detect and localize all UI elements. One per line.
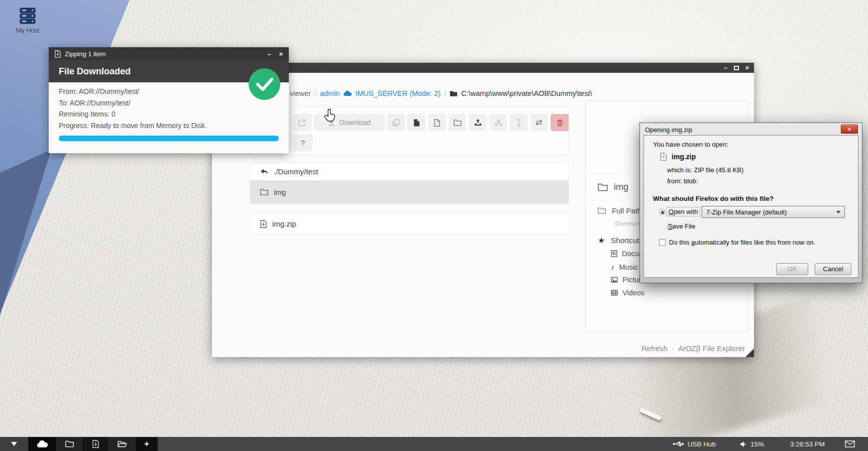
back-arrow-icon — [260, 169, 268, 175]
full-path-label: Full Path — [612, 206, 641, 215]
dialog-which-row: which is: ZIP file (45.8 KB) — [667, 166, 743, 174]
breadcrumb: viewer / admin IMUS_SERVER (Mode: 2) / C… — [290, 88, 592, 99]
mail-tray-item[interactable] — [845, 440, 855, 447]
ok-button[interactable]: OK — [776, 263, 808, 275]
taskbar-file-manager-button[interactable] — [108, 437, 136, 451]
save-file-rest: ave File — [673, 222, 696, 230]
shortcut-videos[interactable]: Videos — [611, 289, 644, 297]
shortcuts-label: Shortcuts — [611, 236, 642, 245]
open-with-select[interactable]: 7-Zip File Manager (default) — [702, 206, 845, 218]
auto-label-pre: Do this — [669, 239, 691, 246]
folder-icon — [598, 183, 608, 191]
music-icon: ♪ — [611, 263, 615, 271]
maximize-icon[interactable] — [734, 66, 739, 70]
help-button[interactable]: ? — [293, 134, 312, 151]
pictures-icon — [611, 277, 618, 283]
open-with-label[interactable]: Open with — [667, 207, 700, 216]
paste-icon — [413, 119, 420, 127]
taskbar-cloud-button[interactable] — [28, 437, 56, 451]
minimize-icon[interactable]: – — [724, 65, 727, 71]
do-automatically-label[interactable]: Do this automatically for files like thi… — [669, 239, 815, 246]
app-name-label: ArOZβ File Explorer — [678, 344, 745, 353]
which-value: ZIP file (45.8 KB) — [694, 166, 743, 174]
open-external-button[interactable] — [293, 114, 311, 131]
breadcrumb-viewer[interactable]: viewer — [290, 89, 311, 97]
videos-icon — [611, 290, 618, 296]
rename-icon — [516, 119, 521, 127]
paste-button[interactable] — [407, 114, 425, 131]
refresh-link[interactable]: Refresh — [641, 344, 668, 353]
clock-label: 3:28:53 PM — [790, 440, 825, 448]
resize-handle[interactable] — [745, 349, 754, 357]
do-automatically-checkbox[interactable] — [659, 239, 666, 246]
breadcrumb-server[interactable]: IMUS_SERVER (Mode: 2) — [355, 89, 441, 97]
swap-button[interactable] — [530, 114, 549, 131]
dropdown-arrow-icon — [836, 211, 840, 213]
save-file-label[interactable]: Save File — [668, 222, 695, 230]
breadcrumb-separator: / — [314, 89, 316, 97]
zip-file-icon — [660, 153, 667, 161]
download-button[interactable]: Download — [314, 114, 385, 131]
close-icon[interactable]: × — [745, 65, 749, 71]
dialog-body: You have chosen to open: img.zip which i… — [643, 135, 858, 278]
file-name: img.zip — [272, 219, 296, 228]
dialog-file-row: img.zip — [660, 153, 696, 161]
folder-icon — [450, 90, 458, 97]
zip-file-icon — [260, 220, 267, 228]
shortcut-music[interactable]: ♪ Music — [611, 263, 638, 271]
new-file-button[interactable] — [428, 114, 446, 131]
clock-tray-item[interactable]: 3:28:53 PM — [790, 440, 825, 448]
open-with-mnemonic: O — [669, 208, 674, 215]
zip-progress-line: Progress: Ready to move from Memory to D… — [59, 120, 279, 132]
footer-separator: · — [672, 344, 674, 353]
toolbar: Download — [250, 107, 569, 156]
taskbar-zip-button[interactable] — [82, 437, 108, 451]
cut-button[interactable] — [489, 114, 507, 131]
upload-icon — [474, 119, 482, 126]
star-icon: ★ — [598, 236, 605, 245]
delete-button[interactable] — [551, 114, 569, 131]
usb-tray-item[interactable]: USB Hub — [673, 440, 716, 448]
new-folder-button[interactable] — [449, 114, 467, 131]
open-with-rest: pen with — [674, 208, 698, 215]
zipping-titlebar[interactable]: Zipping 1 item – × — [49, 47, 289, 60]
zip-from-line: From: AOR://Dummy/test/ — [59, 86, 279, 97]
caret-down-icon — [11, 442, 17, 446]
close-icon[interactable]: × — [279, 51, 283, 57]
upload-button[interactable] — [469, 114, 487, 131]
envelope-icon — [845, 440, 855, 447]
desktop-icon-my-host[interactable]: My Host — [6, 7, 49, 34]
taskbar-add-button[interactable]: + — [136, 437, 158, 451]
breadcrumb-separator: / — [444, 89, 446, 97]
cancel-button[interactable]: Cancel — [815, 263, 851, 275]
file-row-img[interactable]: img — [250, 180, 569, 203]
server-icon — [6, 7, 49, 25]
file-row-parent[interactable]: ./Dummy/test — [250, 163, 569, 180]
from-value: blob: — [684, 177, 698, 185]
open-with-radio[interactable] — [659, 209, 665, 215]
cloud-icon — [343, 90, 352, 96]
selected-folder-name: img — [614, 182, 628, 192]
breadcrumb-admin[interactable]: admin — [320, 89, 340, 97]
explorer-titlebar[interactable]: – × — [212, 63, 754, 73]
file-name: img — [274, 188, 286, 196]
rename-button[interactable] — [510, 114, 528, 131]
shortcuts-row: ★ Shortcuts — [598, 236, 643, 245]
speaker-icon — [740, 441, 746, 447]
file-row-img-zip[interactable]: img.zip — [250, 213, 569, 235]
minimize-icon[interactable]: – — [267, 51, 271, 57]
download-button-label: Download — [340, 119, 371, 127]
taskbar-folder-button[interactable] — [56, 437, 82, 451]
taskbar-menu-button[interactable] — [0, 437, 28, 451]
breadcrumb-path[interactable]: C:\wamp\www\private\AOB\Dummy\test\ — [461, 89, 592, 97]
file-list-zip: img.zip — [250, 212, 569, 235]
folder-icon — [65, 440, 74, 447]
dialog-titlebar[interactable]: Opening img.zip — [640, 123, 862, 135]
folder-icon — [260, 189, 268, 195]
close-icon[interactable]: × — [841, 125, 858, 134]
swap-icon — [535, 120, 543, 126]
copy-button[interactable] — [387, 114, 405, 131]
which-label: which is: — [667, 166, 692, 174]
documents-icon — [611, 250, 617, 257]
volume-tray-item[interactable]: 15% — [740, 440, 764, 448]
